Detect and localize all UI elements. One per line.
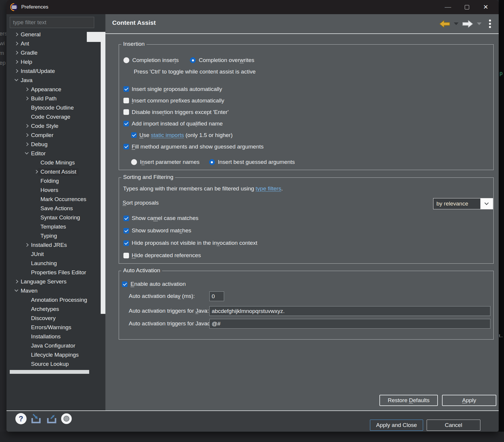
- auto-activation-delay-input[interactable]: [209, 291, 224, 301]
- tree-item-install-update[interactable]: Install/Update: [6, 66, 100, 76]
- tree-item-junit[interactable]: JUnit: [6, 249, 100, 259]
- sort-proposals-dropdown[interactable]: by relevance: [433, 198, 493, 209]
- chevron-down-icon[interactable]: [14, 77, 18, 81]
- tree-item-installed-jres[interactable]: Installed JREs: [6, 240, 100, 249]
- tree-item-code-minings[interactable]: Code Minings: [6, 158, 100, 167]
- restore-defaults-button[interactable]: Restore Defaults: [379, 395, 438, 406]
- tree-item-editor[interactable]: Editor: [6, 149, 100, 158]
- tree-item-build-path[interactable]: Build Path: [6, 94, 100, 103]
- tree-item-debug[interactable]: Debug: [6, 140, 100, 149]
- tree-vertical-scrollbar[interactable]: [101, 42, 105, 314]
- tree-item-save-actions[interactable]: Save Actions: [6, 204, 100, 213]
- tree-item-bytecode-outline[interactable]: Bytecode Outline: [6, 103, 100, 112]
- filter-input[interactable]: [10, 17, 94, 28]
- minimize-button[interactable]: —: [438, 0, 457, 14]
- tree-item-properties-files-editor[interactable]: Properties Files Editor: [6, 268, 100, 277]
- dropdown-button[interactable]: [480, 198, 493, 209]
- chevron-right-icon[interactable]: [14, 42, 18, 45]
- insert-single-proposals-checkbox[interactable]: [123, 86, 129, 92]
- back-arrow-button[interactable]: [439, 20, 450, 28]
- tree-item-discovery[interactable]: Discovery: [6, 314, 100, 323]
- tree-item-annotation-processing[interactable]: Annotation Processing: [6, 295, 100, 304]
- apply-button[interactable]: Apply: [442, 395, 496, 406]
- cancel-button[interactable]: Cancel: [427, 420, 480, 431]
- tree-item-installations[interactable]: Installations: [6, 332, 100, 341]
- chevron-right-icon[interactable]: [14, 60, 18, 64]
- enable-auto-activation-checkbox[interactable]: [122, 281, 128, 287]
- tree-item-source-lookup[interactable]: Source Lookup: [6, 359, 100, 368]
- export-preferences-button[interactable]: [45, 413, 58, 425]
- tree-item-code-style[interactable]: Code Style: [6, 121, 100, 131]
- maximize-button[interactable]: [457, 0, 476, 14]
- disable-insertion-triggers-row[interactable]: Disable insertion triggers except 'Enter…: [123, 106, 264, 118]
- tree-item-ant[interactable]: Ant: [6, 39, 100, 48]
- auto-activation-java-triggers-input[interactable]: [209, 306, 490, 316]
- static-imports-link[interactable]: static imports: [151, 132, 184, 138]
- view-menu-icon[interactable]: [489, 19, 491, 28]
- tree-item-hovers[interactable]: Hovers: [6, 185, 100, 195]
- show-camel-case-row[interactable]: Show camel case matches: [123, 212, 257, 224]
- tree-item-help[interactable]: Help: [6, 57, 100, 66]
- tree-item-java-configurator[interactable]: Java Configurator: [6, 341, 100, 350]
- tree-item-content-assist[interactable]: Content Assist: [6, 167, 100, 176]
- auto-activation-javadoc-triggers-input[interactable]: [209, 319, 490, 329]
- tree-item-language-servers[interactable]: Language Servers: [6, 277, 100, 286]
- tree-item-folding[interactable]: Folding: [6, 176, 100, 185]
- import-preferences-button[interactable]: [30, 413, 42, 425]
- insert-common-prefixes-row[interactable]: Insert common prefixes automatically: [123, 95, 264, 106]
- preference-recorder-icon[interactable]: [61, 413, 72, 424]
- tree-item-templates[interactable]: Templates: [6, 222, 100, 231]
- tree-item-compiler[interactable]: Compiler: [6, 131, 100, 140]
- chevron-right-icon[interactable]: [25, 133, 29, 137]
- tree-item-mark-occurrences[interactable]: Mark Occurrences: [6, 195, 100, 204]
- tree-item-maven[interactable]: Maven: [6, 286, 100, 295]
- chevron-down-icon[interactable]: [14, 288, 18, 292]
- hide-proposals-checkbox[interactable]: [123, 240, 129, 246]
- tree-item-typing[interactable]: Typing: [6, 231, 100, 240]
- add-import-checkbox[interactable]: [123, 121, 129, 126]
- tree-item-general[interactable]: General: [6, 30, 100, 39]
- chevron-down-icon[interactable]: [25, 151, 29, 154]
- chevron-right-icon[interactable]: [14, 51, 18, 55]
- add-import-row[interactable]: Add import instead of qualified name: [123, 118, 264, 129]
- titlebar[interactable]: Preferences — ✕: [6, 0, 499, 14]
- forward-arrow-button[interactable]: [462, 20, 473, 28]
- tree-item-gradle[interactable]: Gradle: [6, 48, 100, 57]
- forward-history-dropdown-icon[interactable]: [477, 22, 482, 25]
- chevron-right-icon[interactable]: [25, 97, 29, 100]
- completion-inserts-radio[interactable]: [123, 57, 129, 63]
- chevron-right-icon[interactable]: [25, 124, 29, 128]
- insert-parameter-names-radio[interactable]: [131, 159, 137, 165]
- completion-overwrites-radio[interactable]: [190, 57, 196, 63]
- help-button[interactable]: ?: [15, 413, 27, 424]
- enable-auto-activation-row[interactable]: Enable auto activation: [122, 281, 186, 287]
- hide-proposals-row[interactable]: Hide proposals not visible in the invoca…: [123, 237, 257, 249]
- tree-item-syntax-coloring[interactable]: Syntax Coloring: [6, 213, 100, 222]
- use-static-imports-checkbox[interactable]: [131, 132, 137, 138]
- insert-single-proposals-row[interactable]: Insert single proposals automatically: [123, 83, 264, 95]
- tree-item-errors-warnings[interactable]: Errors/Warnings: [6, 323, 100, 332]
- fill-method-arguments-checkbox[interactable]: [123, 144, 129, 149]
- tree-item-launching[interactable]: Launching: [6, 259, 100, 268]
- tree-horizontal-scrollbar[interactable]: [10, 370, 89, 374]
- tree-item-code-coverage[interactable]: Code Coverage: [6, 112, 100, 121]
- hide-deprecated-checkbox[interactable]: [123, 253, 129, 258]
- chevron-right-icon[interactable]: [14, 280, 18, 283]
- tree-item-lifecycle-mappings[interactable]: Lifecycle Mappings: [6, 350, 100, 359]
- apply-and-close-button[interactable]: Apply and Close: [370, 420, 423, 431]
- tree-item-archetypes[interactable]: Archetypes: [6, 304, 100, 314]
- tree-item-java[interactable]: Java: [6, 76, 100, 85]
- back-history-dropdown-icon[interactable]: [454, 22, 459, 25]
- insert-best-guessed-radio[interactable]: [209, 159, 215, 165]
- disable-insertion-triggers-checkbox[interactable]: [123, 109, 129, 115]
- hide-deprecated-row[interactable]: Hide deprecated references: [123, 249, 257, 262]
- type-filters-link[interactable]: type filters: [256, 185, 281, 192]
- chevron-right-icon[interactable]: [14, 69, 18, 73]
- chevron-right-icon[interactable]: [25, 87, 29, 91]
- show-subword-matches-row[interactable]: Show subword matches: [123, 224, 257, 237]
- chevron-right-icon[interactable]: [25, 142, 29, 146]
- close-button[interactable]: ✕: [476, 0, 495, 14]
- tree-item-appearance[interactable]: Appearance: [6, 85, 100, 94]
- chevron-right-icon[interactable]: [34, 170, 38, 174]
- use-static-imports-row[interactable]: Use static imports (only 1.5 or higher): [123, 129, 264, 141]
